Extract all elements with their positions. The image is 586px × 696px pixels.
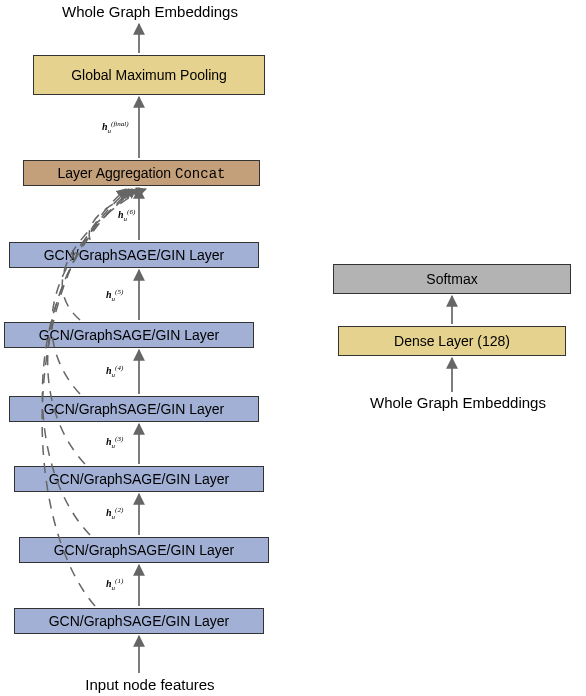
dense-block: Dense Layer (128): [338, 326, 566, 356]
layer-aggregation-block: Layer Aggregation Concat: [23, 160, 260, 186]
gnn-layer-5: GCN/GraphSAGE/GIN Layer: [4, 322, 254, 348]
gnn-layer-4: GCN/GraphSAGE/GIN Layer: [9, 396, 259, 422]
gnn-layer-3-label: GCN/GraphSAGE/GIN Layer: [49, 471, 230, 487]
h4-label: hu(4): [106, 364, 123, 379]
gnn-layer-2-label: GCN/GraphSAGE/GIN Layer: [54, 542, 235, 558]
gnn-layer-6-label: GCN/GraphSAGE/GIN Layer: [44, 247, 225, 263]
gnn-layer-5-label: GCN/GraphSAGE/GIN Layer: [39, 327, 220, 343]
input-node-features-label: Input node features: [60, 676, 240, 693]
whole-graph-embeddings-top-label: Whole Graph Embeddings: [40, 3, 260, 20]
gnn-layer-4-label: GCN/GraphSAGE/GIN Layer: [44, 401, 225, 417]
gnn-layer-2: GCN/GraphSAGE/GIN Layer: [19, 537, 269, 563]
softmax-label: Softmax: [426, 271, 477, 287]
agg-prefix: Layer Aggregation: [58, 165, 176, 181]
h2-label: hu(2): [106, 506, 123, 521]
agg-text: Layer Aggregation Concat: [58, 165, 226, 182]
dense-label: Dense Layer (128): [394, 333, 510, 349]
pooling-block: Global Maximum Pooling: [33, 55, 265, 95]
h5-label: hu(5): [106, 288, 123, 303]
h3-label: hu(3): [106, 435, 123, 450]
h6-label: hu(6): [118, 208, 135, 223]
gnn-layer-6: GCN/GraphSAGE/GIN Layer: [9, 242, 259, 268]
softmax-block: Softmax: [333, 264, 571, 294]
h1-label: hu(1): [106, 577, 123, 592]
pooling-label: Global Maximum Pooling: [71, 67, 227, 83]
gnn-layer-3: GCN/GraphSAGE/GIN Layer: [14, 466, 264, 492]
agg-suffix: Concat: [175, 166, 225, 182]
gnn-layer-1: GCN/GraphSAGE/GIN Layer: [14, 608, 264, 634]
whole-graph-embeddings-bottom-label: Whole Graph Embeddings: [358, 394, 558, 411]
h-final-label: hu(final): [102, 120, 129, 135]
gnn-layer-1-label: GCN/GraphSAGE/GIN Layer: [49, 613, 230, 629]
